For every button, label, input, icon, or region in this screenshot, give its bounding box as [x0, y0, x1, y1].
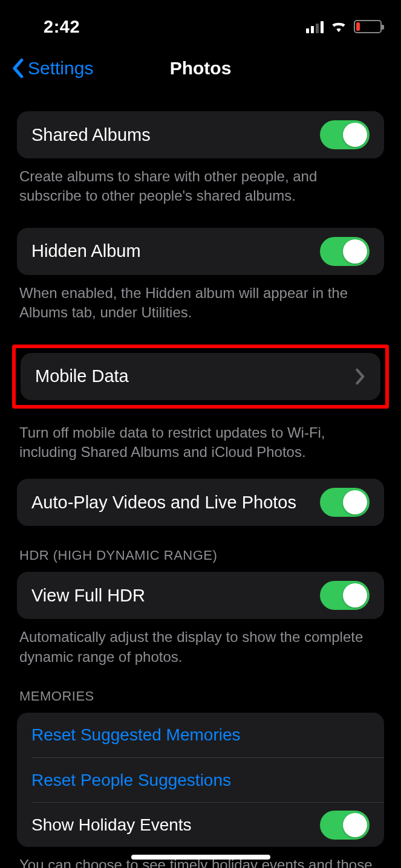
- reset-people-suggestions-label: Reset People Suggestions: [31, 771, 231, 790]
- hidden-album-label: Hidden Album: [31, 241, 141, 261]
- show-holiday-events-row[interactable]: Show Holiday Events: [31, 802, 384, 847]
- hdr-header: HDR (HIGH DYNAMIC RANGE): [17, 548, 384, 572]
- status-time: 2:42: [44, 17, 80, 37]
- reset-people-suggestions-button[interactable]: Reset People Suggestions: [31, 757, 384, 802]
- hidden-album-toggle[interactable]: [320, 237, 370, 266]
- shared-albums-toggle[interactable]: [320, 120, 370, 149]
- chevron-left-icon: [11, 58, 24, 79]
- show-holiday-events-label: Show Holiday Events: [31, 815, 192, 835]
- status-bar: 2:42: [0, 0, 401, 42]
- chevron-right-icon: [355, 368, 366, 385]
- shared-albums-label: Shared Albums: [31, 125, 151, 145]
- autoplay-toggle[interactable]: [320, 488, 370, 517]
- memories-header: MEMORIES: [17, 688, 384, 713]
- mobile-data-footer: Turn off mobile data to restrict updates…: [12, 415, 389, 462]
- content: Shared Albums Create albums to share wit…: [0, 94, 401, 868]
- cellular-icon: [306, 20, 324, 33]
- battery-icon: [354, 20, 382, 33]
- memories-list: Reset Suggested Memories Reset People Su…: [17, 713, 384, 847]
- mobile-data-group: Mobile Data Turn off mobile data to rest…: [0, 345, 401, 462]
- mobile-data-label: Mobile Data: [35, 366, 129, 386]
- status-icons: [306, 18, 382, 35]
- hidden-album-row[interactable]: Hidden Album: [17, 228, 384, 275]
- hdr-group: HDR (HIGH DYNAMIC RANGE) View Full HDR A…: [0, 548, 401, 667]
- back-button[interactable]: Settings: [11, 58, 93, 79]
- nav-bar: Settings Photos: [0, 42, 401, 94]
- hidden-album-group: Hidden Album When enabled, the Hidden al…: [0, 228, 401, 323]
- reset-suggested-memories-label: Reset Suggested Memories: [31, 725, 241, 745]
- hdr-row[interactable]: View Full HDR: [17, 572, 384, 619]
- hidden-album-footer: When enabled, the Hidden album will appe…: [17, 275, 384, 323]
- show-holiday-events-toggle[interactable]: [320, 811, 370, 840]
- autoplay-label: Auto-Play Videos and Live Photos: [31, 493, 296, 513]
- hdr-toggle[interactable]: [320, 581, 370, 610]
- reset-suggested-memories-button[interactable]: Reset Suggested Memories: [17, 713, 384, 757]
- shared-albums-group: Shared Albums Create albums to share wit…: [0, 111, 401, 206]
- memories-group: MEMORIES Reset Suggested Memories Reset …: [0, 688, 401, 868]
- shared-albums-footer: Create albums to share with other people…: [17, 158, 384, 206]
- autoplay-group: Auto-Play Videos and Live Photos: [0, 479, 401, 526]
- wifi-icon: [330, 18, 348, 35]
- home-indicator[interactable]: [131, 855, 270, 860]
- shared-albums-row[interactable]: Shared Albums: [17, 111, 384, 158]
- hdr-label: View Full HDR: [31, 586, 145, 606]
- mobile-data-row[interactable]: Mobile Data: [21, 353, 380, 400]
- autoplay-row[interactable]: Auto-Play Videos and Live Photos: [17, 479, 384, 526]
- hdr-footer: Automatically adjust the display to show…: [17, 619, 384, 667]
- back-label: Settings: [28, 58, 93, 79]
- highlight-box: Mobile Data: [12, 345, 389, 409]
